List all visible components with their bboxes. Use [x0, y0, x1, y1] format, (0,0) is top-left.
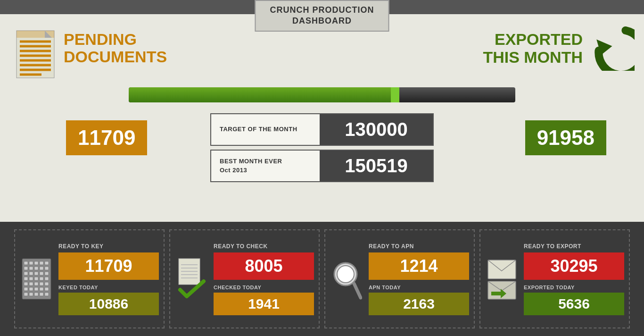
svg-rect-26: [40, 272, 43, 275]
card-4-today-value: 5636: [558, 296, 590, 311]
card-2-today-value-box: 1941: [214, 293, 314, 315]
best-value: 150519: [345, 155, 407, 176]
progress-bar-container: [129, 87, 515, 102]
svg-rect-43: [24, 293, 28, 296]
progress-bar-fill: [129, 87, 399, 102]
keyboard-icon: [21, 258, 52, 300]
card-1-ready-value: 11709: [85, 256, 132, 276]
card-1-ready-label: READY TO KEY: [58, 243, 159, 250]
target-value: 130000: [345, 119, 407, 140]
card-3-today-value-box: 2163: [369, 293, 469, 315]
svg-rect-35: [34, 282, 38, 286]
magnifier-icon: [331, 258, 362, 300]
svg-rect-21: [40, 267, 43, 270]
bottom-section: READY TO KEY 11709 KEYED TODAY 10886: [0, 222, 644, 336]
card-ready-to-export: READY TO EXPORT 30295 EXPORTED TODAY 563…: [479, 229, 630, 328]
svg-rect-42: [45, 287, 49, 291]
card-1-ready-value-box: 11709: [58, 252, 159, 280]
best-label-line2: Oct 2013: [220, 166, 282, 175]
svg-line-56: [354, 284, 361, 298]
svg-rect-24: [29, 272, 33, 275]
check-icon-container: [175, 258, 208, 300]
exported-label: EXPORTED THIS MONTH: [483, 31, 583, 66]
envelope-icon-container: [485, 258, 518, 300]
svg-rect-29: [29, 277, 33, 280]
progress-marker: [391, 87, 399, 102]
svg-rect-47: [45, 293, 49, 296]
card-2-today-label: CHECKED TODAY: [214, 285, 314, 290]
card-1-today-value: 10886: [89, 296, 128, 311]
target-label: TARGET OF THE MONTH: [220, 125, 297, 134]
card-ready-to-apn: READY TO APN 1214 APN TODAY 2163: [324, 229, 475, 328]
svg-rect-28: [24, 277, 28, 280]
pending-label: PENDING DOCUMENTS: [64, 31, 167, 66]
svg-rect-18: [24, 267, 28, 270]
card-4-ready-value-box: 30295: [524, 252, 624, 280]
svg-rect-41: [40, 287, 43, 291]
card-3-ready-value-box: 1214: [369, 252, 469, 280]
card-4-today-value-box: 5636: [524, 293, 624, 315]
svg-rect-46: [40, 293, 43, 296]
svg-rect-17: [45, 261, 49, 265]
svg-rect-44: [29, 293, 33, 296]
card-ready-to-key: READY TO KEY 11709 KEYED TODAY 10886: [14, 229, 165, 328]
progress-bar-outer: [129, 87, 515, 102]
svg-rect-14: [29, 261, 33, 265]
card-2-info: READY TO CHECK 8005 CHECKED TODAY 1941: [214, 243, 314, 315]
card-2-ready-value-box: 8005: [214, 252, 314, 280]
card-1-info: READY TO KEY 11709 KEYED TODAY 10886: [58, 243, 159, 315]
document-icon: [14, 28, 57, 80]
card-4-info: READY TO EXPORT 30295 EXPORTED TODAY 563…: [524, 243, 624, 315]
card-2-today-value: 1941: [248, 296, 280, 311]
card-3-info: READY TO APN 1214 APN TODAY 2163: [369, 243, 469, 315]
best-value-box: 150519: [320, 151, 433, 181]
svg-rect-34: [29, 282, 33, 286]
svg-rect-16: [40, 261, 43, 265]
card-2-ready-label: READY TO CHECK: [214, 243, 314, 250]
card-3-today-value: 2163: [403, 296, 435, 311]
svg-rect-25: [34, 272, 38, 275]
target-row: TARGET OF THE MONTH 130000: [210, 113, 434, 146]
svg-rect-22: [45, 267, 49, 270]
svg-rect-33: [24, 282, 28, 286]
target-value-box: 130000: [320, 114, 433, 145]
dashboard-title: CRUNCH PRODUCTION DASHBOARD: [270, 5, 374, 27]
best-label-line1: BEST MONTH EVER: [220, 157, 282, 166]
best-label-box: BEST MONTH EVER Oct 2013: [211, 151, 320, 181]
svg-rect-36: [40, 282, 43, 286]
svg-rect-13: [24, 261, 28, 265]
card-2-ready-value: 8005: [245, 256, 282, 276]
envelope-icon: [487, 258, 517, 300]
card-3-ready-label: READY TO APN: [369, 243, 469, 250]
svg-point-55: [337, 266, 354, 283]
svg-rect-20: [34, 267, 38, 270]
card-4-ready-value: 30295: [550, 256, 597, 276]
svg-rect-15: [34, 261, 38, 265]
pending-section: PENDING DOCUMENTS: [14, 26, 167, 80]
svg-rect-39: [29, 287, 33, 291]
svg-rect-31: [40, 277, 43, 280]
magnifier-icon-container: [330, 258, 363, 300]
pending-value-box: 11709: [66, 120, 147, 155]
svg-rect-23: [24, 272, 28, 275]
svg-rect-30: [34, 277, 38, 280]
title-box: CRUNCH PRODUCTION DASHBOARD: [255, 0, 389, 32]
pending-value: 11709: [78, 126, 135, 149]
svg-rect-37: [45, 282, 49, 286]
svg-rect-19: [29, 267, 33, 270]
svg-rect-40: [34, 287, 38, 291]
top-section: CRUNCH PRODUCTION DASHBOARD PENDING DOCU…: [0, 0, 644, 222]
keyboard-icon-container: [20, 258, 53, 300]
exported-value: 91958: [537, 126, 594, 149]
exported-section: EXPORTED THIS MONTH: [483, 26, 635, 71]
best-month-row: BEST MONTH EVER Oct 2013 150519: [210, 150, 434, 182]
exported-value-box: 91958: [525, 120, 606, 155]
stats-center: TARGET OF THE MONTH 130000 BEST MONTH EV…: [210, 113, 434, 182]
card-1-today-value-box: 10886: [58, 293, 159, 315]
card-1-today-label: KEYED TODAY: [58, 285, 159, 290]
svg-rect-27: [45, 272, 49, 275]
svg-rect-32: [45, 277, 49, 280]
target-label-box: TARGET OF THE MONTH: [211, 114, 320, 145]
export-arrow-icon: [590, 26, 635, 71]
card-3-today-label: APN TODAY: [369, 285, 469, 290]
